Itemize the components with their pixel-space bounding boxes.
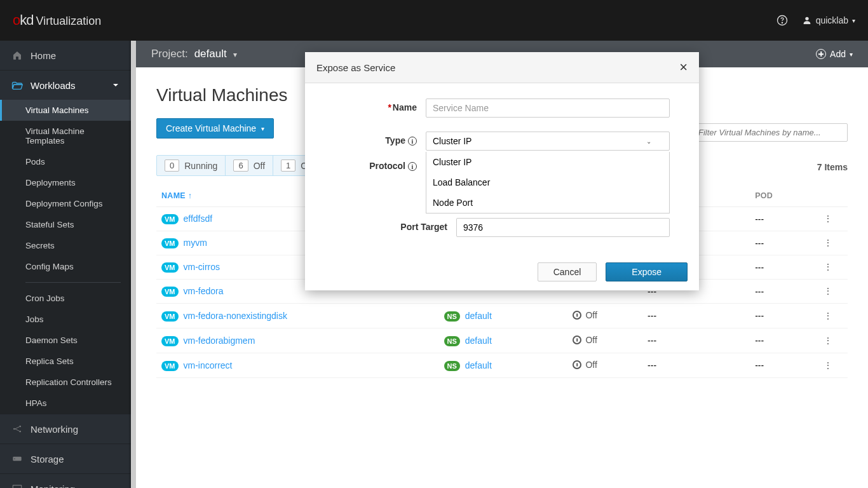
info-icon[interactable]: i	[408, 137, 417, 146]
sidebar-item-monitoring[interactable]: Monitoring	[0, 474, 131, 488]
svg-point-5	[19, 431, 21, 433]
sidebar-item-replica-sets[interactable]: Replica Sets	[0, 351, 131, 372]
service-name-input[interactable]	[426, 98, 670, 118]
type-option-load-balancer[interactable]: Load Balancer	[426, 172, 669, 193]
form-label-type: Typei	[305, 132, 426, 146]
svg-point-4	[19, 426, 21, 428]
user-menu[interactable]: quicklab ▾	[802, 15, 855, 25]
chevron-down-icon	[112, 81, 119, 89]
chevron-down-icon: ▾	[852, 17, 855, 24]
sidebar-item-workloads[interactable]: Workloads	[0, 71, 131, 100]
modal-title: Expose as Service	[316, 62, 395, 73]
port-target-input[interactable]	[456, 218, 670, 237]
info-icon[interactable]: i	[408, 162, 417, 171]
svg-point-1	[782, 22, 782, 23]
sidebar-item-storage[interactable]: Storage	[0, 444, 131, 473]
modal-overlay: Expose as Service × *Name Typei Cluster …	[136, 41, 868, 488]
product-name: Virtualization	[36, 15, 102, 28]
sidebar-label: Networking	[31, 424, 78, 435]
sidebar-item-deployment-configs[interactable]: Deployment Configs	[0, 193, 131, 214]
help-icon[interactable]	[776, 15, 788, 26]
sidebar-item-cron-jobs[interactable]: Cron Jobs	[0, 288, 131, 309]
cancel-button[interactable]: Cancel	[538, 262, 597, 281]
logo-kd: kd	[20, 12, 33, 28]
svg-point-3	[13, 428, 15, 430]
form-label-name: *Name	[305, 98, 426, 112]
form-label-protocol: Protocoli	[305, 157, 426, 171]
top-bar: okd Virtualization quicklab ▾	[0, 0, 868, 41]
type-option-cluster-ip[interactable]: Cluster IP	[426, 152, 669, 172]
sidebar-item-vm-templates[interactable]: Virtual Machine Templates	[0, 121, 131, 151]
sidebar-item-jobs[interactable]: Jobs	[0, 309, 131, 330]
logo-o: o	[13, 12, 20, 28]
chevron-down-icon: ⌄	[646, 138, 651, 145]
username: quicklab	[816, 15, 848, 25]
close-icon[interactable]: ×	[679, 60, 688, 74]
type-dropdown: Cluster IP Load Balancer Node Port	[426, 152, 670, 214]
svg-point-7	[14, 458, 15, 459]
sidebar-item-secrets[interactable]: Secrets	[0, 235, 131, 256]
folder-open-icon	[11, 79, 23, 91]
type-selected-value: Cluster IP	[433, 136, 471, 146]
home-icon	[11, 50, 23, 61]
sidebar-sublist: Virtual Machines Virtual Machine Templat…	[0, 100, 131, 414]
storage-icon	[11, 453, 23, 464]
sidebar-item-daemon-sets[interactable]: Daemon Sets	[0, 330, 131, 351]
form-label-port-target: Port Target	[305, 218, 456, 232]
sidebar: Home Workloads Virtual Machines Virtual …	[0, 41, 131, 488]
svg-point-2	[805, 17, 808, 20]
sidebar-item-networking[interactable]: Networking	[0, 414, 131, 444]
type-option-node-port[interactable]: Node Port	[426, 193, 669, 213]
sidebar-label: Monitoring	[31, 484, 75, 489]
network-icon	[11, 423, 23, 435]
svg-rect-8	[13, 485, 21, 488]
expose-service-modal: Expose as Service × *Name Typei Cluster …	[305, 52, 699, 290]
sidebar-item-config-maps[interactable]: Config Maps	[0, 256, 131, 277]
expose-button[interactable]: Expose	[606, 262, 688, 281]
sidebar-item-hpas[interactable]: HPAs	[0, 393, 131, 414]
scrollbar[interactable]	[131, 41, 136, 488]
sidebar-item-pods[interactable]: Pods	[0, 151, 131, 172]
sidebar-item-deployments[interactable]: Deployments	[0, 172, 131, 193]
sidebar-item-stateful-sets[interactable]: Stateful Sets	[0, 214, 131, 235]
type-select[interactable]: Cluster IP ⌄	[426, 132, 670, 151]
sidebar-item-virtual-machines[interactable]: Virtual Machines	[0, 100, 131, 121]
brand: okd Virtualization	[13, 12, 101, 29]
sidebar-label: Workloads	[31, 80, 76, 91]
sidebar-item-home[interactable]: Home	[0, 41, 131, 70]
main-content: Project: default ▾ Add ▾ Virtual Machine…	[136, 41, 868, 488]
sidebar-label: Home	[31, 50, 56, 61]
sidebar-label: Storage	[31, 454, 64, 464]
sidebar-item-replication-controllers[interactable]: Replication Controllers	[0, 372, 131, 393]
monitor-icon	[11, 483, 23, 488]
user-icon	[802, 15, 812, 25]
modal-header: Expose as Service ×	[305, 52, 699, 83]
